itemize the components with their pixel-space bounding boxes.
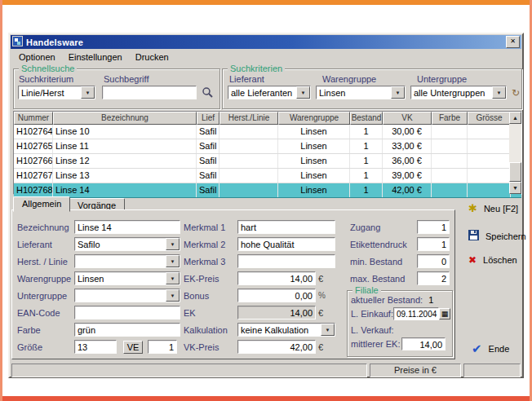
table-cell[interactable]: 1 <box>350 139 383 153</box>
groesse-input[interactable]: 13 <box>74 340 117 354</box>
warengruppe-form-combo[interactable]: Linsen▼ <box>74 271 180 285</box>
table-cell[interactable]: 1 <box>350 183 383 197</box>
column-header[interactable]: Warengruppe <box>278 112 350 125</box>
column-header[interactable]: Grösse <box>468 112 511 125</box>
herst-linie-combo[interactable]: ▼ <box>74 254 180 268</box>
search-criterion-combo[interactable]: Linie/Herst ▼ <box>18 86 95 99</box>
menu-item-drucken[interactable]: Drucken <box>130 51 175 63</box>
ve-input[interactable]: 1 <box>148 340 177 354</box>
table-cell[interactable]: Linsen <box>278 125 350 139</box>
table-cell[interactable] <box>219 125 278 139</box>
table-row[interactable]: H102765Linse 11SafilLinsen133,00 € <box>14 139 521 154</box>
bezeichnung-input[interactable]: Linse 14 <box>74 220 180 234</box>
table-cell[interactable] <box>432 125 468 139</box>
table-cell[interactable]: Linse 11 <box>53 139 197 153</box>
table-cell[interactable]: Linse 13 <box>53 169 197 183</box>
scroll-up-button[interactable]: ▲ <box>509 112 521 124</box>
table-cell[interactable]: Linsen <box>278 139 350 153</box>
table-cell[interactable]: 1 <box>350 154 383 168</box>
column-header[interactable]: Bestand <box>350 112 383 125</box>
table-cell[interactable]: 36,00 € <box>383 154 432 168</box>
calendar-icon[interactable]: ▦ <box>439 308 450 319</box>
table-cell[interactable]: H102766 <box>14 154 53 168</box>
scroll-down-button[interactable]: ▼ <box>509 182 521 194</box>
column-header[interactable]: Bezeichnung <box>53 112 197 125</box>
table-cell[interactable] <box>468 183 511 197</box>
vk-preis-input[interactable]: 42,00 <box>237 340 316 354</box>
table-cell[interactable]: 30,00 € <box>383 125 432 139</box>
table-cell[interactable]: H102765 <box>14 139 53 153</box>
table-scrollbar[interactable]: ▲ ▼ <box>509 112 521 194</box>
scrollbar-thumb[interactable] <box>509 162 521 182</box>
min-bestand-input[interactable]: 0 <box>417 254 450 268</box>
table-cell[interactable]: 39,00 € <box>383 169 432 183</box>
chevron-down-icon[interactable]: ▼ <box>492 86 506 99</box>
menu-item-einstellungen[interactable]: Einstellungen <box>63 51 128 63</box>
table-cell[interactable]: 1 <box>350 125 383 139</box>
max-bestand-input[interactable]: 2 <box>417 271 450 285</box>
table-cell[interactable]: Linse 12 <box>53 154 197 168</box>
column-header[interactable]: Farbe <box>432 112 468 125</box>
chevron-down-icon[interactable]: ▼ <box>166 289 180 302</box>
search-icon[interactable] <box>202 86 213 99</box>
table-cell[interactable]: Safil <box>197 139 219 153</box>
merkmal1-input[interactable]: hart <box>237 220 335 234</box>
lieferant-combo[interactable]: Safilo▼ <box>74 237 180 251</box>
chevron-down-icon[interactable]: ▼ <box>321 324 335 336</box>
chevron-down-icon[interactable]: ▼ <box>166 255 180 267</box>
loeschen-button[interactable]: ✖ Löschen <box>465 253 521 267</box>
untergruppe-form-combo[interactable]: ▼ <box>74 289 180 302</box>
column-header[interactable]: Herst./Linie <box>219 112 278 125</box>
farbe-input[interactable]: grün <box>74 323 180 337</box>
letzter-einkauf-input[interactable]: 09.11.2004 <box>393 307 439 320</box>
refresh-icon[interactable]: ↻ <box>512 87 520 99</box>
chevron-down-icon[interactable]: ▼ <box>166 272 180 284</box>
menu-item-optionen[interactable]: Optionen <box>13 51 61 63</box>
table-cell[interactable]: H102767 <box>14 169 53 183</box>
column-header[interactable]: Lief <box>197 112 219 125</box>
warengruppe-combo[interactable]: Linsen ▼ <box>316 86 406 99</box>
chevron-down-icon[interactable]: ▼ <box>81 86 95 99</box>
table-cell[interactable] <box>468 169 511 183</box>
table-cell[interactable] <box>432 154 468 168</box>
table-cell[interactable] <box>468 125 511 139</box>
table-cell[interactable]: H102768 <box>14 183 53 197</box>
zugang-input[interactable]: 1 <box>417 220 450 234</box>
table-cell[interactable] <box>219 154 278 168</box>
ende-button[interactable]: ✔ Ende <box>468 340 512 358</box>
search-term-input[interactable] <box>102 86 197 99</box>
table-cell[interactable]: 33,00 € <box>383 139 432 153</box>
table-cell[interactable]: Safil <box>197 154 219 168</box>
etikettendruck-input[interactable]: 1 <box>417 237 450 251</box>
table-cell[interactable]: Safil <box>197 169 219 183</box>
table-cell[interactable]: Linsen <box>278 183 350 197</box>
ean-code-input[interactable] <box>74 306 180 319</box>
table-cell[interactable]: Linsen <box>278 169 350 183</box>
table-cell[interactable] <box>432 183 468 197</box>
speichern-button[interactable]: Speichern <box>465 228 530 244</box>
table-cell[interactable] <box>432 139 468 153</box>
table-cell[interactable] <box>219 169 278 183</box>
chevron-down-icon[interactable]: ▼ <box>166 238 180 250</box>
table-cell[interactable]: Safil <box>197 183 219 197</box>
tab-allgemein[interactable]: Allgemein <box>13 196 70 212</box>
table-cell[interactable]: Linsen <box>278 154 350 168</box>
table-cell[interactable] <box>468 139 511 153</box>
title-bar[interactable]: Handelsware ✕ <box>11 35 521 49</box>
table-cell[interactable]: H102764 <box>14 125 53 139</box>
close-button[interactable]: ✕ <box>506 36 520 48</box>
chevron-down-icon[interactable]: ▼ <box>391 86 405 99</box>
table-cell[interactable]: 42,00 € <box>383 183 432 197</box>
table-cell[interactable]: 1 <box>350 169 383 183</box>
table-row[interactable]: H102766Linse 12SafilLinsen136,00 € <box>14 154 521 169</box>
column-header[interactable]: VK <box>383 112 432 125</box>
table-cell[interactable]: Linse 14 <box>53 183 197 197</box>
table-row[interactable]: H102767Linse 13SafilLinsen139,00 € <box>14 169 521 183</box>
merkmal3-input[interactable] <box>237 254 335 268</box>
neu-button[interactable]: ✱ Neu [F2] <box>465 200 521 216</box>
table-cell[interactable] <box>219 183 278 197</box>
ve-button[interactable]: VE <box>123 341 143 354</box>
merkmal2-input[interactable]: hohe Qualität <box>237 237 335 251</box>
supplier-combo[interactable]: alle Lieferanten ▼ <box>228 86 311 99</box>
untergruppe-combo[interactable]: alle Untergruppen ▼ <box>410 86 507 99</box>
